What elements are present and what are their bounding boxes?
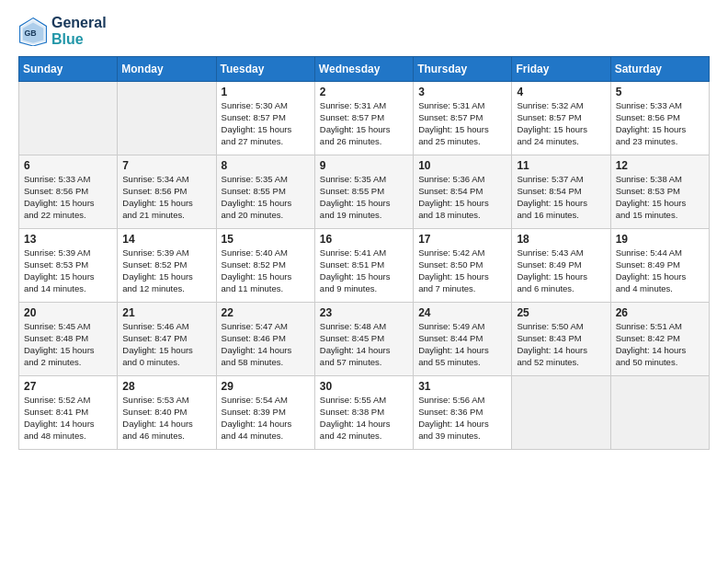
cell-info: Sunrise: 5:43 AM Sunset: 8:49 PM Dayligh… — [517, 247, 605, 294]
day-number: 14 — [122, 233, 210, 246]
cell-info: Sunrise: 5:41 AM Sunset: 8:51 PM Dayligh… — [320, 247, 408, 294]
calendar-table: SundayMondayTuesdayWednesdayThursdayFrid… — [18, 56, 710, 450]
calendar-day-header: Thursday — [414, 57, 512, 82]
calendar-cell: 4Sunrise: 5:32 AM Sunset: 8:57 PM Daylig… — [512, 82, 610, 155]
day-number: 13 — [24, 233, 112, 246]
cell-info: Sunrise: 5:46 AM Sunset: 8:47 PM Dayligh… — [122, 321, 210, 368]
calendar-cell: 16Sunrise: 5:41 AM Sunset: 8:51 PM Dayli… — [314, 229, 413, 303]
day-number: 11 — [517, 159, 605, 172]
calendar-cell: 15Sunrise: 5:40 AM Sunset: 8:52 PM Dayli… — [216, 229, 314, 303]
calendar-cell — [19, 82, 118, 155]
logo: GB General Blue — [18, 15, 107, 47]
calendar-cell: 25Sunrise: 5:50 AM Sunset: 8:43 PM Dayli… — [512, 303, 610, 376]
calendar-cell: 22Sunrise: 5:47 AM Sunset: 8:46 PM Dayli… — [216, 303, 314, 376]
calendar-cell: 2Sunrise: 5:31 AM Sunset: 8:57 PM Daylig… — [314, 82, 413, 155]
cell-info: Sunrise: 5:40 AM Sunset: 8:52 PM Dayligh… — [222, 247, 310, 294]
calendar-cell: 20Sunrise: 5:45 AM Sunset: 8:48 PM Dayli… — [19, 303, 118, 376]
cell-info: Sunrise: 5:36 AM Sunset: 8:54 PM Dayligh… — [418, 174, 506, 221]
cell-info: Sunrise: 5:37 AM Sunset: 8:54 PM Dayligh… — [517, 174, 605, 221]
calendar-cell: 7Sunrise: 5:34 AM Sunset: 8:56 PM Daylig… — [118, 155, 216, 229]
day-number: 22 — [222, 306, 310, 319]
cell-info: Sunrise: 5:50 AM Sunset: 8:43 PM Dayligh… — [517, 321, 605, 368]
cell-info: Sunrise: 5:34 AM Sunset: 8:56 PM Dayligh… — [122, 174, 210, 221]
day-number: 8 — [222, 159, 310, 172]
calendar-cell: 29Sunrise: 5:54 AM Sunset: 8:39 PM Dayli… — [216, 376, 314, 450]
day-number: 30 — [320, 380, 408, 393]
day-number: 31 — [418, 380, 506, 393]
day-number: 2 — [320, 86, 408, 98]
calendar-cell: 26Sunrise: 5:51 AM Sunset: 8:42 PM Dayli… — [610, 303, 709, 376]
cell-info: Sunrise: 5:47 AM Sunset: 8:46 PM Dayligh… — [222, 321, 310, 368]
svg-text:GB: GB — [24, 28, 36, 37]
day-number: 1 — [222, 86, 310, 98]
cell-info: Sunrise: 5:53 AM Sunset: 8:40 PM Dayligh… — [122, 395, 210, 442]
cell-info: Sunrise: 5:38 AM Sunset: 8:53 PM Dayligh… — [616, 174, 704, 221]
cell-info: Sunrise: 5:42 AM Sunset: 8:50 PM Dayligh… — [418, 247, 506, 294]
calendar-cell: 30Sunrise: 5:55 AM Sunset: 8:38 PM Dayli… — [314, 376, 413, 450]
calendar-cell: 5Sunrise: 5:33 AM Sunset: 8:56 PM Daylig… — [610, 82, 709, 155]
calendar-day-header: Monday — [118, 57, 216, 82]
calendar-week-row: 1Sunrise: 5:30 AM Sunset: 8:57 PM Daylig… — [19, 82, 710, 155]
day-number: 28 — [122, 380, 210, 393]
calendar-cell: 3Sunrise: 5:31 AM Sunset: 8:57 PM Daylig… — [414, 82, 512, 155]
calendar-week-row: 6Sunrise: 5:33 AM Sunset: 8:56 PM Daylig… — [19, 155, 710, 229]
calendar-cell — [512, 376, 610, 450]
calendar-cell: 10Sunrise: 5:36 AM Sunset: 8:54 PM Dayli… — [414, 155, 512, 229]
calendar-cell: 21Sunrise: 5:46 AM Sunset: 8:47 PM Dayli… — [118, 303, 216, 376]
calendar-cell: 23Sunrise: 5:48 AM Sunset: 8:45 PM Dayli… — [314, 303, 413, 376]
day-number: 23 — [320, 306, 408, 319]
cell-info: Sunrise: 5:44 AM Sunset: 8:49 PM Dayligh… — [616, 247, 704, 294]
cell-info: Sunrise: 5:45 AM Sunset: 8:48 PM Dayligh… — [24, 321, 112, 368]
calendar-cell: 6Sunrise: 5:33 AM Sunset: 8:56 PM Daylig… — [19, 155, 118, 229]
logo-text: General Blue — [51, 15, 107, 47]
day-number: 29 — [222, 380, 310, 393]
day-number: 7 — [122, 159, 210, 172]
calendar-cell: 12Sunrise: 5:38 AM Sunset: 8:53 PM Dayli… — [610, 155, 709, 229]
cell-info: Sunrise: 5:49 AM Sunset: 8:44 PM Dayligh… — [418, 321, 506, 368]
calendar-week-row: 20Sunrise: 5:45 AM Sunset: 8:48 PM Dayli… — [19, 303, 710, 376]
calendar-cell: 19Sunrise: 5:44 AM Sunset: 8:49 PM Dayli… — [610, 229, 709, 303]
cell-info: Sunrise: 5:35 AM Sunset: 8:55 PM Dayligh… — [320, 174, 408, 221]
calendar-cell: 24Sunrise: 5:49 AM Sunset: 8:44 PM Dayli… — [414, 303, 512, 376]
day-number: 3 — [418, 86, 506, 98]
day-number: 17 — [418, 233, 506, 246]
cell-info: Sunrise: 5:33 AM Sunset: 8:56 PM Dayligh… — [616, 100, 704, 147]
calendar-cell — [118, 82, 216, 155]
calendar-header-row: SundayMondayTuesdayWednesdayThursdayFrid… — [19, 57, 710, 82]
day-number: 15 — [222, 233, 310, 246]
calendar-cell: 8Sunrise: 5:35 AM Sunset: 8:55 PM Daylig… — [216, 155, 314, 229]
cell-info: Sunrise: 5:54 AM Sunset: 8:39 PM Dayligh… — [222, 395, 310, 442]
day-number: 16 — [320, 233, 408, 246]
header: GB General Blue — [18, 15, 710, 47]
day-number: 19 — [616, 233, 704, 246]
cell-info: Sunrise: 5:33 AM Sunset: 8:56 PM Dayligh… — [24, 174, 112, 221]
calendar-week-row: 13Sunrise: 5:39 AM Sunset: 8:53 PM Dayli… — [19, 229, 710, 303]
day-number: 25 — [517, 306, 605, 319]
day-number: 20 — [24, 306, 112, 319]
calendar-day-header: Saturday — [610, 57, 709, 82]
day-number: 9 — [320, 159, 408, 172]
calendar-cell: 13Sunrise: 5:39 AM Sunset: 8:53 PM Dayli… — [19, 229, 118, 303]
day-number: 4 — [517, 86, 605, 98]
cell-info: Sunrise: 5:31 AM Sunset: 8:57 PM Dayligh… — [418, 100, 506, 147]
calendar-cell: 18Sunrise: 5:43 AM Sunset: 8:49 PM Dayli… — [512, 229, 610, 303]
calendar-day-header: Sunday — [19, 57, 118, 82]
calendar-day-header: Wednesday — [314, 57, 413, 82]
calendar-cell: 27Sunrise: 5:52 AM Sunset: 8:41 PM Dayli… — [19, 376, 118, 450]
day-number: 5 — [616, 86, 704, 98]
calendar-cell: 1Sunrise: 5:30 AM Sunset: 8:57 PM Daylig… — [216, 82, 314, 155]
calendar-cell: 17Sunrise: 5:42 AM Sunset: 8:50 PM Dayli… — [414, 229, 512, 303]
calendar-cell: 14Sunrise: 5:39 AM Sunset: 8:52 PM Dayli… — [118, 229, 216, 303]
calendar-week-row: 27Sunrise: 5:52 AM Sunset: 8:41 PM Dayli… — [19, 376, 710, 450]
cell-info: Sunrise: 5:56 AM Sunset: 8:36 PM Dayligh… — [418, 395, 506, 442]
cell-info: Sunrise: 5:30 AM Sunset: 8:57 PM Dayligh… — [222, 100, 310, 147]
cell-info: Sunrise: 5:32 AM Sunset: 8:57 PM Dayligh… — [517, 100, 605, 147]
day-number: 18 — [517, 233, 605, 246]
cell-info: Sunrise: 5:39 AM Sunset: 8:53 PM Dayligh… — [24, 247, 112, 294]
day-number: 26 — [616, 306, 704, 319]
page: GB General Blue SundayMondayTuesdayWedne… — [0, 0, 728, 465]
calendar-cell: 9Sunrise: 5:35 AM Sunset: 8:55 PM Daylig… — [314, 155, 413, 229]
day-number: 12 — [616, 159, 704, 172]
cell-info: Sunrise: 5:35 AM Sunset: 8:55 PM Dayligh… — [222, 174, 310, 221]
cell-info: Sunrise: 5:39 AM Sunset: 8:52 PM Dayligh… — [122, 247, 210, 294]
